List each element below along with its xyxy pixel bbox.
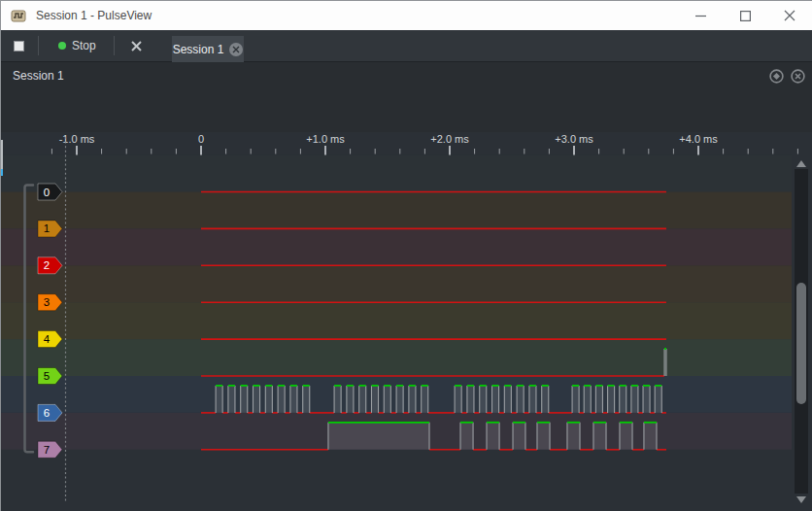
signal-high-fill xyxy=(371,386,378,413)
pulseview-app-icon xyxy=(10,7,27,24)
channel-tag-text: 6 xyxy=(44,407,50,419)
maximize-icon xyxy=(740,11,751,21)
channel-band-0 xyxy=(1,155,792,192)
scroll-down-icon xyxy=(796,496,806,503)
main-toolbar: Stop Session 1 xyxy=(1,30,812,62)
signal-high-fill xyxy=(487,423,499,450)
signal-high-fill xyxy=(455,386,461,413)
ruler-label: +3.0 ms xyxy=(555,133,593,145)
float-panel-icon xyxy=(769,69,784,84)
signal-high-fill xyxy=(241,386,248,413)
window-title: Session 1 - PulseView xyxy=(36,9,152,22)
channel-band-5 xyxy=(1,339,792,376)
ruler-label: +2.0 ms xyxy=(430,133,469,145)
signal-high-fill xyxy=(584,386,591,413)
ruler-label: 0 xyxy=(198,133,204,145)
run-indicator-dot xyxy=(58,42,66,50)
channel-tag-text: 2 xyxy=(44,259,50,271)
signal-high-fill xyxy=(620,386,626,413)
tab-label: Session 1 xyxy=(173,43,224,56)
channel-band-1 xyxy=(1,192,792,229)
signal-high-fill xyxy=(504,386,511,413)
minimize-button[interactable] xyxy=(678,1,723,30)
session-panel-header: Session 1 xyxy=(1,62,812,90)
signal-high-fill xyxy=(608,386,615,413)
separator xyxy=(38,36,39,55)
signal-high-fill xyxy=(290,386,297,413)
run-stop-button[interactable]: Stop xyxy=(49,35,106,56)
signal-high-fill xyxy=(328,423,429,450)
scroll-down-button[interactable] xyxy=(795,494,808,505)
channel-band-2 xyxy=(1,228,792,265)
ruler-label: +4.0 ms xyxy=(679,133,718,145)
signal-high-fill xyxy=(228,386,235,413)
close-panel-icon xyxy=(791,69,805,84)
signal-high-fill xyxy=(631,386,638,413)
channel-tag-text: 3 xyxy=(44,296,50,308)
left-edge-accent xyxy=(1,169,3,176)
signal-high-fill xyxy=(537,423,550,450)
close-button[interactable] xyxy=(767,1,812,30)
signal-high-fill xyxy=(254,386,260,413)
signal-high-fill xyxy=(620,423,632,450)
tab-session-1[interactable]: Session 1 xyxy=(172,36,244,62)
close-icon xyxy=(784,10,795,21)
settings-button[interactable] xyxy=(120,36,152,56)
ruler-label: -1.0 ms xyxy=(59,133,95,145)
signal-high-fill xyxy=(480,386,487,413)
channel-tag-text: 0 xyxy=(44,187,50,198)
signal-high-fill xyxy=(595,386,602,413)
signal-high-fill xyxy=(593,423,606,450)
signal-high-fill xyxy=(644,423,657,450)
tools-wrench-icon xyxy=(130,40,143,52)
signal-high-fill xyxy=(359,386,366,413)
scroll-up-button[interactable] xyxy=(795,157,808,169)
signal-high-fill xyxy=(216,386,222,413)
minimize-icon xyxy=(695,11,706,21)
signal-high-fill xyxy=(384,386,390,413)
signal-high-fill xyxy=(409,386,416,413)
trace-view[interactable]: -1.0 ms0+1.0 ms+2.0 ms+3.0 ms+4.0 ms0123… xyxy=(1,132,812,511)
close-panel-button[interactable] xyxy=(791,69,805,87)
panel-square-icon[interactable] xyxy=(14,41,24,51)
run-stop-label: Stop xyxy=(72,39,96,52)
vertical-scrollbar[interactable] xyxy=(795,159,808,503)
channel-tag-text: 5 xyxy=(44,370,50,382)
titlebar: Session 1 - PulseView xyxy=(1,1,812,30)
signal-high-fill xyxy=(347,386,354,413)
signal-high-fill xyxy=(334,386,341,413)
scroll-up-icon xyxy=(796,160,806,167)
scrollbar-thumb[interactable] xyxy=(796,283,806,404)
left-edge-sliver xyxy=(1,140,3,169)
signal-high-fill xyxy=(492,386,499,413)
float-panel-button[interactable] xyxy=(769,69,784,87)
signal-high-fill xyxy=(567,423,580,450)
channel-tag-text: 1 xyxy=(44,222,50,234)
signal-high-fill xyxy=(517,386,524,413)
panel-title: Session 1 xyxy=(13,69,64,83)
signal-high-fill xyxy=(303,386,310,413)
tab-close-icon[interactable] xyxy=(229,43,243,56)
signal-high-fill xyxy=(396,386,403,413)
ruler-label: +1.0 ms xyxy=(306,133,345,145)
channel-tag-text: 7 xyxy=(44,444,50,456)
trace-canvas[interactable]: -1.0 ms0+1.0 ms+2.0 ms+3.0 ms+4.0 ms0123… xyxy=(1,132,812,511)
signal-high-fill xyxy=(572,386,579,413)
signal-high-fill xyxy=(643,386,650,413)
session-toolbar: 2 bpS-binmode-fala xyxy=(1,90,812,132)
channel-tag-text: 4 xyxy=(44,333,51,345)
signal-high-fill xyxy=(422,386,428,413)
pulseview-window: Session 1 - PulseView Stop xyxy=(0,0,812,511)
channel-band-4 xyxy=(1,302,792,339)
signal-high-fill xyxy=(265,386,272,413)
signal-high-fill xyxy=(513,423,525,450)
signal-high-fill xyxy=(460,423,473,450)
signal-high-fill xyxy=(655,386,661,413)
maximize-button[interactable] xyxy=(723,1,767,30)
channel-band-3 xyxy=(1,265,792,302)
signal-high-fill xyxy=(542,386,549,413)
signal-high-fill xyxy=(529,386,536,413)
signal-high-fill xyxy=(278,386,285,413)
separator xyxy=(114,36,115,55)
signal-high-fill xyxy=(467,386,474,413)
